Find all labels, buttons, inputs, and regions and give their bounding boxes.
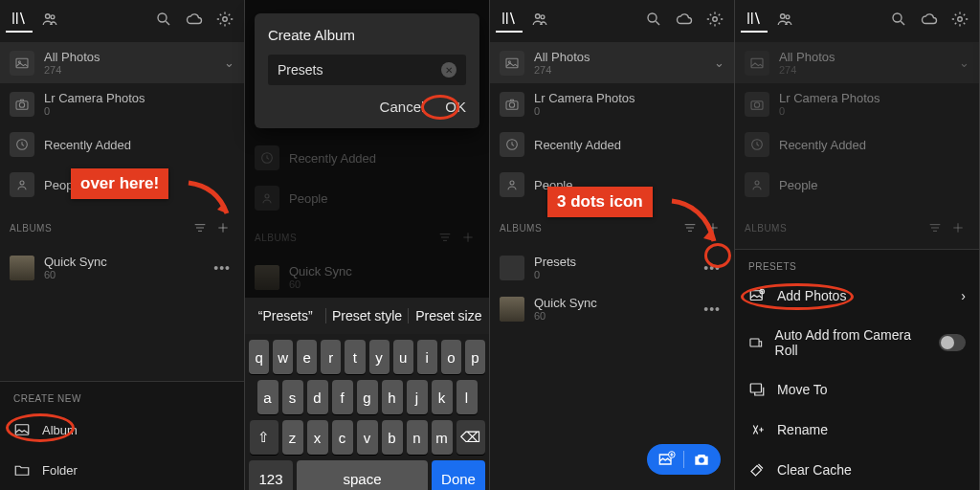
- album-quick-sync[interactable]: Quick Sync60 •••: [0, 247, 244, 288]
- key-s[interactable]: s: [282, 380, 303, 414]
- key-123[interactable]: 123: [249, 460, 293, 490]
- key-h[interactable]: h: [382, 380, 403, 414]
- backspace-key[interactable]: ⌫: [457, 420, 485, 455]
- menu-clear-cache[interactable]: Clear Cache: [735, 450, 979, 490]
- suggestion-3[interactable]: Preset size: [409, 308, 489, 323]
- clear-input-icon[interactable]: ✕: [441, 62, 457, 78]
- all-photos-label: All Photos: [44, 50, 214, 64]
- svg-point-20: [509, 102, 514, 107]
- broom-icon: [748, 461, 766, 479]
- key-c[interactable]: c: [332, 420, 353, 455]
- menu-move-to[interactable]: Move To: [735, 369, 979, 410]
- key-r[interactable]: r: [321, 340, 341, 374]
- cloud-icon[interactable]: [916, 6, 943, 33]
- people-tab-icon[interactable]: [771, 6, 798, 33]
- svg-point-7: [19, 102, 24, 107]
- sort-icon: [434, 226, 457, 249]
- settings-icon[interactable]: [212, 6, 238, 33]
- key-j[interactable]: j: [407, 380, 428, 414]
- key-f[interactable]: f: [332, 380, 353, 414]
- suggestion-2[interactable]: Preset style: [325, 308, 408, 323]
- dialog-title: Create Album: [268, 27, 466, 43]
- search-icon[interactable]: [150, 6, 177, 33]
- svg-point-3: [223, 17, 228, 22]
- menu-rename[interactable]: Rename: [735, 410, 979, 450]
- key-z[interactable]: z: [282, 420, 303, 455]
- key-e[interactable]: e: [297, 340, 317, 374]
- lr-camera-item[interactable]: Lr Camera Photos0: [490, 83, 734, 124]
- menu-header: PRESETS: [735, 250, 979, 276]
- svg-point-16: [713, 17, 718, 22]
- search-icon[interactable]: [885, 6, 912, 33]
- svg-rect-29: [751, 58, 763, 67]
- key-n[interactable]: n: [407, 420, 428, 455]
- key-i[interactable]: i: [417, 340, 437, 374]
- chevron-down-icon[interactable]: ⌄: [224, 56, 234, 70]
- search-icon[interactable]: [640, 6, 667, 33]
- key-w[interactable]: w: [273, 340, 293, 374]
- more-icon[interactable]: •••: [700, 301, 724, 317]
- svg-rect-36: [750, 339, 759, 346]
- svg-point-1: [51, 15, 55, 19]
- key-v[interactable]: v: [357, 420, 378, 455]
- chevron-down-icon[interactable]: ⌄: [714, 56, 724, 70]
- key-d[interactable]: d: [307, 380, 328, 414]
- library-tab-icon[interactable]: [741, 6, 768, 33]
- all-photos-item[interactable]: All Photos274 ⌄: [0, 42, 244, 83]
- all-photos-count: 274: [44, 64, 214, 76]
- annotation-ring-album: [6, 413, 75, 442]
- camera-add-button[interactable]: [647, 444, 721, 475]
- key-g[interactable]: g: [357, 380, 378, 414]
- album-name-input[interactable]: Presets ✕: [268, 55, 466, 85]
- add-album-icon[interactable]: [212, 216, 234, 239]
- create-folder-option[interactable]: Folder: [0, 450, 244, 490]
- annotation-ring-ok: [421, 95, 459, 120]
- people-tab-icon[interactable]: [526, 6, 553, 33]
- create-new-label: CREATE NEW: [0, 382, 244, 410]
- key-l[interactable]: l: [457, 380, 478, 414]
- key-m[interactable]: m: [432, 420, 453, 455]
- sort-icon[interactable]: [189, 216, 212, 239]
- modal-overlay: Create Album Presets ✕ Cancel OK Recentl…: [245, 0, 489, 490]
- key-space[interactable]: space: [297, 460, 428, 490]
- svg-rect-4: [16, 58, 28, 67]
- suggestion-1[interactable]: “Presets”: [245, 308, 325, 323]
- key-o[interactable]: o: [441, 340, 461, 374]
- auto-add-toggle[interactable]: [939, 334, 966, 351]
- recently-added-item[interactable]: Recently Added: [0, 124, 244, 165]
- key-p[interactable]: p: [465, 340, 485, 374]
- move-icon: [748, 381, 766, 398]
- shift-key[interactable]: ⇧: [250, 420, 278, 455]
- key-y[interactable]: y: [369, 340, 390, 374]
- key-done[interactable]: Done: [432, 460, 485, 490]
- add-album-icon[interactable]: [702, 216, 724, 239]
- album-presets[interactable]: Presets0 •••: [490, 247, 734, 288]
- key-a[interactable]: a: [257, 380, 278, 414]
- cloud-icon[interactable]: [181, 6, 208, 33]
- key-b[interactable]: b: [382, 420, 403, 455]
- library-tab-icon[interactable]: [6, 6, 33, 33]
- sort-icon[interactable]: [679, 216, 702, 239]
- library-tab-icon[interactable]: [496, 6, 523, 33]
- album-thumbnail: [10, 256, 34, 280]
- key-q[interactable]: q: [249, 340, 269, 374]
- key-k[interactable]: k: [432, 380, 453, 414]
- people-tab-icon[interactable]: [36, 6, 63, 33]
- key-u[interactable]: u: [393, 340, 413, 374]
- recently-added-item[interactable]: Recently Added: [490, 124, 734, 165]
- cloud-icon[interactable]: [671, 6, 698, 33]
- camera-icon: [500, 92, 524, 117]
- cancel-button[interactable]: Cancel: [380, 99, 425, 115]
- album-quick-sync[interactable]: Quick Sync60 •••: [490, 288, 734, 329]
- more-icon[interactable]: •••: [210, 260, 234, 276]
- person-icon: [500, 172, 524, 197]
- svg-point-0: [46, 14, 51, 19]
- settings-icon[interactable]: [947, 6, 973, 33]
- auto-add-icon: [748, 334, 764, 351]
- key-x[interactable]: x: [307, 420, 328, 455]
- menu-auto-add[interactable]: Auto Add from Camera Roll: [735, 316, 979, 369]
- key-t[interactable]: t: [345, 340, 365, 374]
- settings-icon[interactable]: [702, 6, 728, 33]
- all-photos-item[interactable]: All Photos274 ⌄: [490, 42, 734, 83]
- lr-camera-item[interactable]: Lr Camera Photos0: [0, 83, 244, 124]
